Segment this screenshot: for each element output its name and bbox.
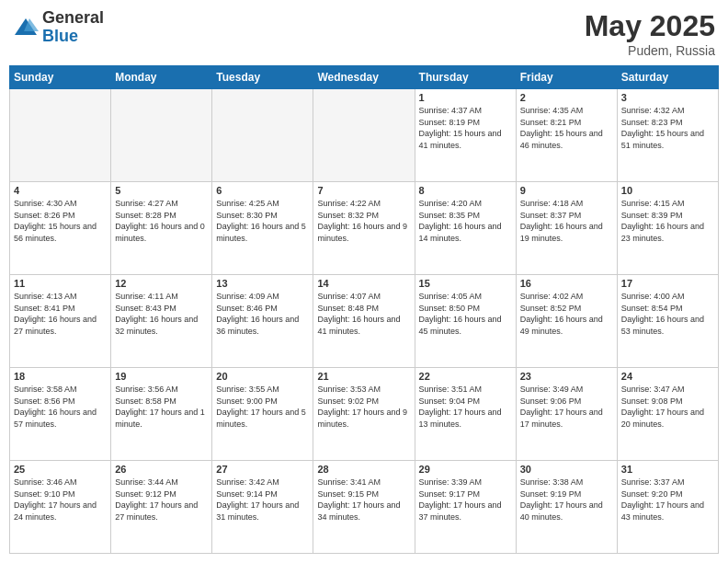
- day-info: Sunrise: 3:39 AM Sunset: 9:17 PM Dayligh…: [419, 477, 512, 523]
- table-row: 9Sunrise: 4:18 AM Sunset: 8:37 PM Daylig…: [516, 182, 617, 275]
- day-info: Sunrise: 4:25 AM Sunset: 8:30 PM Dayligh…: [216, 198, 309, 244]
- table-row: 21Sunrise: 3:53 AM Sunset: 9:02 PM Dayli…: [313, 368, 415, 461]
- header-wednesday: Wednesday: [313, 66, 415, 89]
- table-row: 3Sunrise: 4:32 AM Sunset: 8:23 PM Daylig…: [617, 89, 718, 182]
- day-info: Sunrise: 3:42 AM Sunset: 9:14 PM Dayligh…: [216, 477, 309, 523]
- day-info: Sunrise: 4:13 AM Sunset: 8:41 PM Dayligh…: [14, 291, 107, 337]
- calendar-table: Sunday Monday Tuesday Wednesday Thursday…: [9, 65, 719, 554]
- table-row: 1Sunrise: 4:37 AM Sunset: 8:19 PM Daylig…: [415, 89, 516, 182]
- table-row: 2Sunrise: 4:35 AM Sunset: 8:21 PM Daylig…: [516, 89, 617, 182]
- table-row: 18Sunrise: 3:58 AM Sunset: 8:56 PM Dayli…: [10, 368, 111, 461]
- title-month: May 2025: [585, 9, 715, 43]
- day-info: Sunrise: 3:47 AM Sunset: 9:08 PM Dayligh…: [621, 384, 714, 430]
- day-number: 30: [520, 464, 613, 475]
- day-number: 9: [520, 185, 613, 196]
- table-row: [111, 89, 212, 182]
- day-info: Sunrise: 4:00 AM Sunset: 8:54 PM Dayligh…: [621, 291, 714, 337]
- header-friday: Friday: [516, 66, 617, 89]
- day-info: Sunrise: 4:05 AM Sunset: 8:50 PM Dayligh…: [419, 291, 512, 337]
- logo-general-text: General: [42, 9, 104, 28]
- page: General Blue May 2025 Pudem, Russia Sund…: [0, 0, 728, 563]
- calendar-week-row: 25Sunrise: 3:46 AM Sunset: 9:10 PM Dayli…: [10, 461, 719, 554]
- table-row: 15Sunrise: 4:05 AM Sunset: 8:50 PM Dayli…: [415, 275, 516, 368]
- header-sunday: Sunday: [10, 66, 111, 89]
- day-number: 23: [520, 371, 613, 382]
- table-row: 4Sunrise: 4:30 AM Sunset: 8:26 PM Daylig…: [10, 182, 111, 275]
- day-number: 17: [621, 278, 714, 289]
- day-number: 12: [115, 278, 208, 289]
- day-number: 31: [621, 464, 714, 475]
- day-number: 1: [419, 92, 512, 103]
- table-row: 22Sunrise: 3:51 AM Sunset: 9:04 PM Dayli…: [415, 368, 516, 461]
- logo-icon: [13, 15, 39, 40]
- table-row: 20Sunrise: 3:55 AM Sunset: 9:00 PM Dayli…: [212, 368, 313, 461]
- table-row: [212, 89, 313, 182]
- day-info: Sunrise: 4:22 AM Sunset: 8:32 PM Dayligh…: [317, 198, 410, 244]
- day-info: Sunrise: 3:49 AM Sunset: 9:06 PM Dayligh…: [520, 384, 613, 430]
- day-info: Sunrise: 4:09 AM Sunset: 8:46 PM Dayligh…: [216, 291, 309, 337]
- header-monday: Monday: [111, 66, 212, 89]
- table-row: 10Sunrise: 4:15 AM Sunset: 8:39 PM Dayli…: [617, 182, 718, 275]
- day-number: 26: [115, 464, 208, 475]
- day-number: 2: [520, 92, 613, 103]
- day-number: 16: [520, 278, 613, 289]
- table-row: 28Sunrise: 3:41 AM Sunset: 9:15 PM Dayli…: [313, 461, 415, 554]
- table-row: 8Sunrise: 4:20 AM Sunset: 8:35 PM Daylig…: [415, 182, 516, 275]
- day-number: 4: [14, 185, 107, 196]
- calendar-week-row: 18Sunrise: 3:58 AM Sunset: 8:56 PM Dayli…: [10, 368, 719, 461]
- table-row: 17Sunrise: 4:00 AM Sunset: 8:54 PM Dayli…: [617, 275, 718, 368]
- day-info: Sunrise: 3:51 AM Sunset: 9:04 PM Dayligh…: [419, 384, 512, 430]
- day-info: Sunrise: 3:38 AM Sunset: 9:19 PM Dayligh…: [520, 477, 613, 523]
- day-number: 22: [419, 371, 512, 382]
- logo-blue-text: Blue: [42, 28, 104, 46]
- day-number: 6: [216, 185, 309, 196]
- header-tuesday: Tuesday: [212, 66, 313, 89]
- day-info: Sunrise: 3:58 AM Sunset: 8:56 PM Dayligh…: [14, 384, 107, 430]
- day-info: Sunrise: 4:30 AM Sunset: 8:26 PM Dayligh…: [14, 198, 107, 244]
- day-number: 13: [216, 278, 309, 289]
- day-number: 5: [115, 185, 208, 196]
- day-info: Sunrise: 4:35 AM Sunset: 8:21 PM Dayligh…: [520, 105, 613, 151]
- weekday-header-row: Sunday Monday Tuesday Wednesday Thursday…: [10, 66, 719, 89]
- day-info: Sunrise: 4:15 AM Sunset: 8:39 PM Dayligh…: [621, 198, 714, 244]
- day-number: 24: [621, 371, 714, 382]
- title-location: Pudem, Russia: [585, 43, 715, 58]
- day-number: 19: [115, 371, 208, 382]
- day-info: Sunrise: 4:20 AM Sunset: 8:35 PM Dayligh…: [419, 198, 512, 244]
- day-info: Sunrise: 4:07 AM Sunset: 8:48 PM Dayligh…: [317, 291, 410, 337]
- day-number: 25: [14, 464, 107, 475]
- table-row: 19Sunrise: 3:56 AM Sunset: 8:58 PM Dayli…: [111, 368, 212, 461]
- day-number: 20: [216, 371, 309, 382]
- table-row: 29Sunrise: 3:39 AM Sunset: 9:17 PM Dayli…: [415, 461, 516, 554]
- day-info: Sunrise: 4:32 AM Sunset: 8:23 PM Dayligh…: [621, 105, 714, 151]
- day-number: 18: [14, 371, 107, 382]
- table-row: 6Sunrise: 4:25 AM Sunset: 8:30 PM Daylig…: [212, 182, 313, 275]
- day-info: Sunrise: 3:55 AM Sunset: 9:00 PM Dayligh…: [216, 384, 309, 430]
- table-row: 11Sunrise: 4:13 AM Sunset: 8:41 PM Dayli…: [10, 275, 111, 368]
- day-number: 8: [419, 185, 512, 196]
- day-info: Sunrise: 4:27 AM Sunset: 8:28 PM Dayligh…: [115, 198, 208, 244]
- table-row: [10, 89, 111, 182]
- day-number: 28: [317, 464, 410, 475]
- table-row: 16Sunrise: 4:02 AM Sunset: 8:52 PM Dayli…: [516, 275, 617, 368]
- table-row: [313, 89, 415, 182]
- table-row: 14Sunrise: 4:07 AM Sunset: 8:48 PM Dayli…: [313, 275, 415, 368]
- day-number: 27: [216, 464, 309, 475]
- table-row: 31Sunrise: 3:37 AM Sunset: 9:20 PM Dayli…: [617, 461, 718, 554]
- day-info: Sunrise: 4:11 AM Sunset: 8:43 PM Dayligh…: [115, 291, 208, 337]
- day-number: 14: [317, 278, 410, 289]
- table-row: 27Sunrise: 3:42 AM Sunset: 9:14 PM Dayli…: [212, 461, 313, 554]
- table-row: 13Sunrise: 4:09 AM Sunset: 8:46 PM Dayli…: [212, 275, 313, 368]
- title-block: May 2025 Pudem, Russia: [585, 9, 715, 58]
- day-info: Sunrise: 4:18 AM Sunset: 8:37 PM Dayligh…: [520, 198, 613, 244]
- day-info: Sunrise: 3:37 AM Sunset: 9:20 PM Dayligh…: [621, 477, 714, 523]
- day-number: 11: [14, 278, 107, 289]
- table-row: 25Sunrise: 3:46 AM Sunset: 9:10 PM Dayli…: [10, 461, 111, 554]
- day-number: 21: [317, 371, 410, 382]
- calendar-week-row: 11Sunrise: 4:13 AM Sunset: 8:41 PM Dayli…: [10, 275, 719, 368]
- table-row: 12Sunrise: 4:11 AM Sunset: 8:43 PM Dayli…: [111, 275, 212, 368]
- table-row: 30Sunrise: 3:38 AM Sunset: 9:19 PM Dayli…: [516, 461, 617, 554]
- day-number: 7: [317, 185, 410, 196]
- table-row: 24Sunrise: 3:47 AM Sunset: 9:08 PM Dayli…: [617, 368, 718, 461]
- day-number: 10: [621, 185, 714, 196]
